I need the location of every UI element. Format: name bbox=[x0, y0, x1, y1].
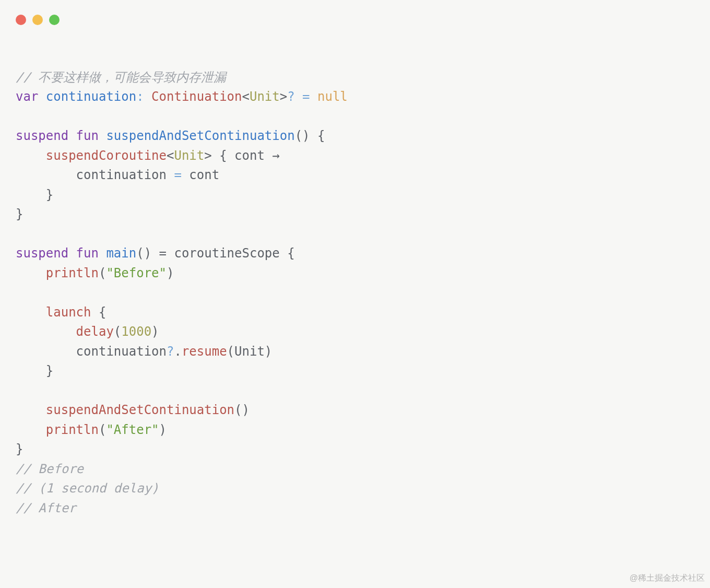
minimize-icon[interactable] bbox=[32, 15, 43, 25]
watermark: @稀土掘金技术社区 bbox=[630, 573, 705, 584]
output-comment: // (1 second delay) bbox=[16, 481, 159, 496]
call-coroutinescope: coroutineScope bbox=[174, 246, 279, 261]
number-literal: 1000 bbox=[121, 324, 151, 339]
window-controls bbox=[16, 15, 60, 25]
null-literal: null bbox=[317, 89, 348, 104]
ident-continuation: continuation bbox=[46, 89, 136, 104]
string-literal: "Before" bbox=[106, 266, 167, 280]
kw-suspend: suspend bbox=[16, 128, 68, 143]
output-comment: // Before bbox=[16, 462, 84, 476]
fn-suspend-and-set: suspendAndSetContinuation bbox=[106, 128, 294, 143]
code-block: // 不要这样做，可能会导致内存泄漏 var continuation: Con… bbox=[16, 48, 348, 518]
call-resume: resume bbox=[182, 344, 227, 359]
call-launch: launch bbox=[46, 305, 91, 320]
code-comment: // 不要这样做，可能会导致内存泄漏 bbox=[16, 70, 226, 85]
call-println: println bbox=[46, 266, 99, 280]
call-suspend-and-set: suspendAndSetContinuation bbox=[46, 403, 234, 417]
call-delay: delay bbox=[76, 324, 114, 339]
type-continuation: Continuation bbox=[151, 89, 242, 104]
arrow-icon: → bbox=[272, 148, 279, 163]
zoom-icon[interactable] bbox=[49, 15, 60, 25]
fn-main: main bbox=[106, 246, 136, 261]
kw-var: var bbox=[16, 89, 38, 104]
close-icon[interactable] bbox=[16, 15, 26, 25]
output-comment: // After bbox=[16, 501, 76, 515]
kw-fun: fun bbox=[76, 128, 99, 143]
call-suspendcoroutine: suspendCoroutine bbox=[46, 148, 167, 163]
param-cont: cont bbox=[234, 148, 265, 163]
